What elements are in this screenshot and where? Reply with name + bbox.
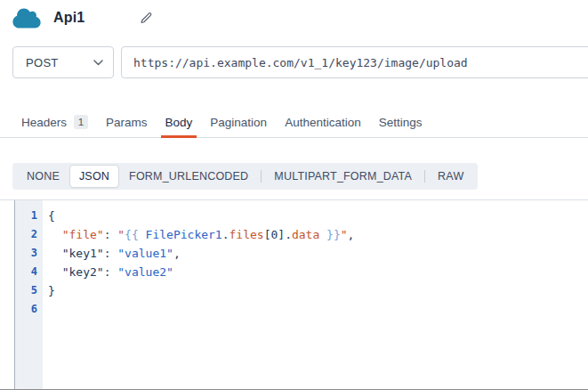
method-select-value: POST (26, 56, 59, 69)
code-line[interactable]: "key1": "value1", (48, 244, 588, 263)
edit-title-button[interactable] (140, 12, 153, 25)
tab-label: Pagination (210, 116, 267, 129)
line-number: 3 (15, 244, 37, 263)
line-number: 1 (15, 207, 37, 225)
code-line[interactable] (48, 300, 588, 319)
tab-params[interactable]: Params (106, 107, 148, 137)
tab-label: Params (106, 116, 148, 129)
tab-label: Headers (21, 116, 67, 129)
api-header: Api1 (0, 0, 588, 36)
segment-divider (261, 170, 262, 183)
body-type-raw[interactable]: RAW (427, 166, 474, 187)
tab-headers[interactable]: Headers1 (21, 107, 88, 137)
segment-divider (424, 170, 425, 183)
body-type-json[interactable]: JSON (70, 166, 118, 187)
tab-label: Body (165, 116, 193, 129)
code-line[interactable]: } (48, 281, 588, 300)
method-select[interactable]: POST (12, 46, 114, 78)
line-number: 5 (15, 281, 37, 300)
tab-body[interactable]: Body (165, 107, 193, 137)
body-type-none[interactable]: NONE (16, 166, 70, 187)
body-type-multipart_form_data[interactable]: MULTIPART_FORM_DATA (263, 166, 423, 187)
tab-count-badge: 1 (74, 115, 88, 129)
tab-authentication[interactable]: Authentication (285, 107, 361, 137)
editor-left-margin (0, 200, 15, 390)
tab-pagination[interactable]: Pagination (210, 107, 267, 137)
body-type-selector: NONEJSONFORM_URLENCODEDMULTIPART_FORM_DA… (12, 163, 478, 190)
json-body-editor: 123456 { "file": "{{ FilePicker1.files[0… (0, 199, 588, 390)
pencil-icon (140, 12, 153, 25)
cloud-resource-icon (12, 7, 41, 29)
line-number: 4 (15, 263, 37, 281)
code-line[interactable]: "key2": "value2" (48, 263, 588, 281)
tab-label: Settings (379, 116, 423, 129)
code-line[interactable]: "file": "{{ FilePicker1.files[0].data }}… (48, 225, 588, 244)
url-input[interactable] (121, 46, 588, 78)
request-tabs: Headers1ParamsBodyPaginationAuthenticati… (0, 107, 588, 138)
request-row: POST (12, 46, 588, 78)
tab-label: Authentication (285, 116, 361, 129)
body-type-form_urlencoded[interactable]: FORM_URLENCODED (118, 166, 259, 187)
line-number: 6 (15, 300, 37, 319)
line-number: 2 (15, 225, 37, 244)
query-title: Api1 (53, 10, 85, 26)
editor-gutter: 123456 (15, 200, 43, 390)
tab-settings[interactable]: Settings (379, 107, 423, 137)
editor-code[interactable]: { "file": "{{ FilePicker1.files[0].data … (43, 200, 588, 390)
chevron-down-icon (93, 60, 103, 66)
code-line[interactable]: { (48, 207, 588, 225)
